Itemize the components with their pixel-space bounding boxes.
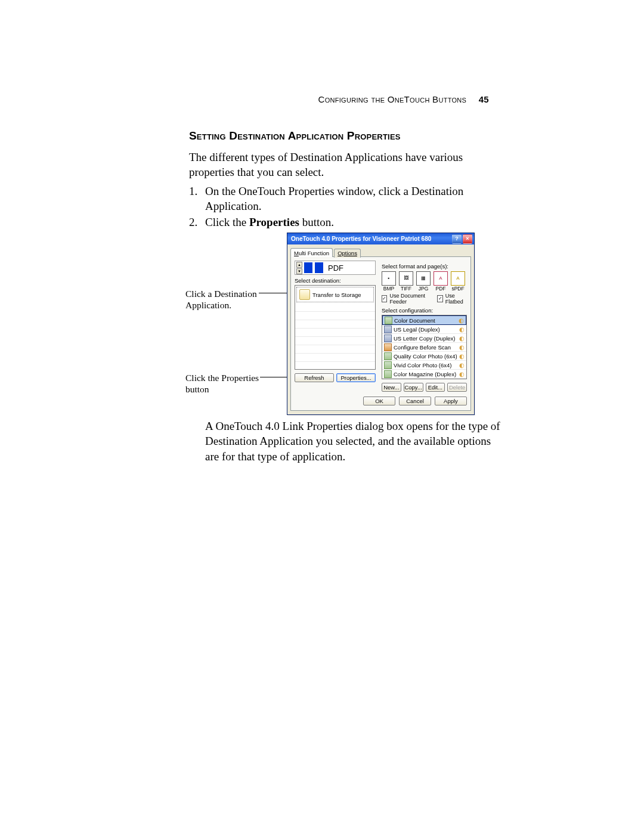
page-number: 45: [479, 94, 489, 104]
running-header-text: Configuring the OneTouch Buttons: [318, 94, 467, 104]
segment-digit-0: [304, 262, 312, 273]
lock-icon: ◐: [459, 326, 465, 333]
copy-button[interactable]: Copy...: [404, 383, 423, 392]
select-config-label: Select configuration:: [382, 307, 467, 314]
config-icon: [384, 335, 392, 342]
step-2-text: Click the Properties button.: [205, 215, 334, 230]
refresh-button[interactable]: Refresh: [295, 373, 334, 382]
button-format-label: PDF: [328, 264, 343, 272]
button-number-spinner[interactable]: ▲ ▼: [296, 262, 302, 274]
cancel-button[interactable]: Cancel: [399, 397, 431, 405]
callout-properties-btn: Click the Properties button: [185, 373, 263, 395]
spinner-up-icon: ▲: [296, 262, 302, 268]
step-2: 2. Click the Properties button.: [189, 215, 505, 230]
result-paragraph: A OneTouch 4.0 Link Properties dialog bo…: [205, 419, 506, 464]
config-row-us-letter[interactable]: US Letter Copy (Duplex) ◐: [382, 334, 466, 343]
config-row-vivid-color-photo[interactable]: Vivid Color Photo (6x4) ◐: [382, 361, 466, 370]
config-row-quality-color-photo[interactable]: Quality Color Photo (6x4) ◐: [382, 352, 466, 361]
dialog-titlebar[interactable]: OneTouch 4.0 Properties for Visioneer Pa…: [287, 233, 474, 244]
config-row-us-legal[interactable]: US Legal (Duplex) ◐: [382, 325, 466, 334]
config-icon: [385, 317, 392, 324]
lock-icon: ◐: [459, 353, 465, 360]
tab-options-label: Options: [338, 250, 357, 256]
new-button[interactable]: New...: [382, 383, 401, 392]
delete-button[interactable]: Delete: [447, 383, 467, 392]
use-flatbed-checkbox[interactable]: ✓: [437, 295, 442, 302]
format-tiff[interactable]: 🖼TIFF: [399, 271, 413, 292]
select-format-label: Select format and page(s):: [382, 263, 467, 270]
help-icon[interactable]: ?: [452, 234, 462, 244]
config-label: Configure Before Scan: [394, 344, 451, 351]
use-flatbed-label: Use Flatbed: [445, 293, 467, 305]
config-label: Color Document: [394, 317, 435, 324]
use-feeder-label: Use Document Feeder: [389, 293, 429, 305]
config-icon: [384, 326, 392, 333]
tab-options[interactable]: Options: [334, 249, 361, 258]
config-label: Color Magazine (Duplex): [394, 371, 456, 377]
config-row-color-document[interactable]: Color Document ◐: [382, 315, 466, 325]
segment-digit-2: [315, 262, 323, 273]
config-label: US Letter Copy (Duplex): [394, 335, 455, 342]
running-header: Configuring the OneTouch Buttons 45: [318, 94, 490, 104]
intro-paragraph: The different types of Destination Appli…: [189, 150, 505, 179]
format-pdf[interactable]: APDF: [434, 271, 448, 292]
format-picker: ▪BMP 🖼TIFF ▦JPG APDF AsPDF: [382, 271, 467, 292]
steps-list: 1. On the OneTouch Properties window, cl…: [189, 182, 505, 230]
format-bmp[interactable]: ▪BMP: [382, 271, 396, 292]
edit-button[interactable]: Edit...: [426, 383, 445, 392]
spdf-icon: A: [451, 271, 465, 286]
format-jpg[interactable]: ▦JPG: [416, 271, 431, 292]
close-icon[interactable]: ×: [463, 234, 472, 244]
pdf-icon: A: [434, 271, 448, 286]
bmp-icon: ▪: [382, 271, 396, 286]
lock-icon: ◐: [459, 362, 465, 368]
lock-icon: ◐: [459, 335, 465, 342]
button-number-display: ▲ ▼ PDF: [295, 261, 376, 275]
section-heading: Setting Destination Application Properti…: [189, 129, 401, 143]
tab-multi-function[interactable]: Multi Function: [290, 248, 333, 257]
lock-icon: ◐: [459, 371, 465, 377]
config-label: US Legal (Duplex): [394, 326, 440, 333]
destination-listbox[interactable]: Transfer to Storage: [295, 285, 376, 370]
jpg-icon: ▦: [416, 271, 431, 286]
onetouch-properties-dialog: OneTouch 4.0 Properties for Visioneer Pa…: [287, 233, 475, 415]
config-label: Vivid Color Photo (6x4): [394, 362, 452, 368]
dialog-title: OneTouch 4.0 Properties for Visioneer Pa…: [291, 236, 431, 242]
apply-button[interactable]: Apply: [435, 397, 467, 405]
callout-dest-app: Click a Destination Application.: [185, 289, 257, 311]
config-row-color-magazine[interactable]: Color Magazine (Duplex) ◐: [382, 370, 466, 379]
destination-item-label: Transfer to Storage: [312, 292, 361, 298]
tab-strip: Multi Function Options: [290, 247, 471, 257]
format-spdf[interactable]: AsPDF: [451, 271, 465, 292]
lock-icon: ◐: [459, 344, 465, 351]
config-icon: [384, 361, 392, 369]
use-feeder-checkbox[interactable]: ✓: [382, 295, 387, 302]
config-icon: [384, 370, 392, 378]
step-1: 1. On the OneTouch Properties window, cl…: [189, 184, 505, 213]
storage-icon: [299, 289, 310, 300]
config-label: Quality Color Photo (6x4): [394, 353, 457, 360]
properties-button[interactable]: Properties...: [336, 373, 376, 382]
step-1-text: On the OneTouch Properties window, click…: [205, 184, 505, 213]
config-row-configure-before-scan[interactable]: Configure Before Scan ◐: [382, 343, 466, 352]
lock-icon: ◐: [459, 317, 464, 324]
configuration-listbox[interactable]: Color Document ◐ US Legal (Duplex) ◐ US …: [382, 315, 467, 379]
config-icon: [384, 343, 392, 351]
spinner-down-icon: ▼: [296, 268, 302, 274]
destination-item-transfer-to-storage[interactable]: Transfer to Storage: [296, 287, 374, 302]
ok-button[interactable]: OK: [363, 397, 395, 405]
config-icon: [384, 352, 392, 360]
select-destination-label: Select destination:: [295, 277, 376, 284]
tiff-icon: 🖼: [399, 271, 413, 286]
